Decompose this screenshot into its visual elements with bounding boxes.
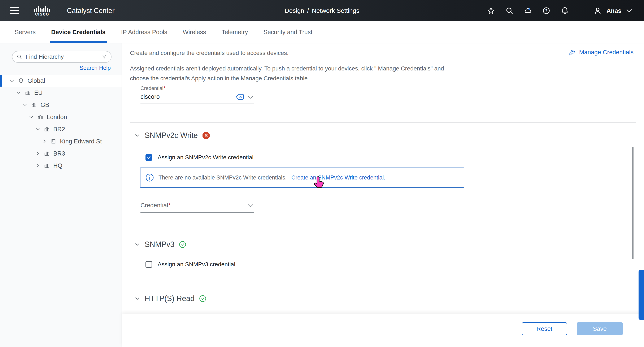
manage-credentials-label: Manage Credentials — [579, 49, 634, 56]
chevron-down-icon[interactable] — [247, 203, 254, 208]
search-icon[interactable] — [506, 7, 514, 15]
settings-tabbar: Servers Device Credentials IP Address Po… — [0, 22, 644, 44]
reset-button[interactable]: Reset — [522, 322, 567, 335]
alert-text: There are no available SNMPv2c Write cre… — [158, 174, 287, 181]
cloud-status-icon[interactable] — [524, 7, 532, 15]
user-name: Anas — [606, 7, 621, 14]
tree-item-gb[interactable]: GB — [0, 99, 122, 111]
tab-servers[interactable]: Servers — [15, 22, 36, 43]
tab-security-and-trust[interactable]: Security and Trust — [264, 22, 312, 43]
cli-credential-field: Credential* ciscoro — [140, 85, 254, 104]
hierarchy-search[interactable] — [12, 51, 112, 63]
section-snmpv3[interactable]: SNMPv3 — [134, 240, 186, 249]
credential-value[interactable]: ciscoro — [140, 93, 232, 100]
tab-ip-address-pools[interactable]: IP Address Pools — [121, 22, 167, 43]
tree-item-br2[interactable]: BR2 — [0, 123, 122, 135]
tree-item-label: King Edward St — [60, 138, 102, 145]
breadcrumb-separator: / — [307, 7, 309, 14]
chevron-down-icon — [626, 8, 632, 13]
device-credentials-panel: Create and configure the credentials use… — [122, 44, 644, 347]
save-button[interactable]: Save — [577, 322, 623, 335]
tree-item-label: GB — [40, 102, 49, 108]
product-title: Catalyst Center — [67, 7, 114, 15]
action-footer: Reset Save — [122, 314, 644, 347]
checkbox-label: Assign an SNMPv3 credential — [158, 261, 235, 268]
section-title: SNMPv3 — [145, 240, 174, 249]
deployment-note: Assigned credentials aren't deployed aut… — [130, 64, 444, 83]
chevron-down-icon — [22, 102, 28, 107]
chevron-right-icon — [35, 163, 40, 168]
assign-snmpv2c-write-checkbox-row[interactable]: Assign an SNMPv2c Write credential — [146, 154, 254, 161]
create-snmpv2c-write-credential-link[interactable]: Create an SNMPv2c Write credential. — [292, 174, 385, 181]
right-edge-tab[interactable] — [638, 270, 644, 320]
tree-item-eu[interactable]: EU — [0, 86, 122, 99]
required-asterisk: * — [163, 85, 165, 91]
note-line-2: choose the credential's Apply action in … — [130, 74, 444, 83]
header-divider — [581, 4, 581, 17]
section-snmpv2c-write[interactable]: SNMPv2c Write — [134, 131, 210, 140]
chevron-down-icon — [134, 133, 140, 138]
no-credentials-alert: There are no available SNMPv2c Write cre… — [140, 168, 464, 188]
tree-item-hq[interactable]: HQ — [0, 160, 122, 172]
tab-device-credentials[interactable]: Device Credentials — [51, 22, 106, 43]
chevron-right-icon — [42, 139, 47, 144]
checkbox-checked-icon — [146, 154, 152, 161]
vertical-scrollbar-thumb[interactable] — [632, 147, 634, 259]
tab-telemetry[interactable]: Telemetry — [222, 22, 248, 43]
breadcrumb-section[interactable]: Design — [285, 7, 304, 14]
credential-placeholder: Credential* — [140, 202, 244, 209]
section-title: SNMPv2c Write — [145, 131, 198, 140]
note-line-1: Assigned credentials aren't deployed aut… — [130, 64, 444, 74]
chevron-down-icon — [134, 242, 140, 247]
tree-item-global[interactable]: Global — [0, 75, 122, 86]
section-https-read[interactable]: HTTP(S) Read — [134, 294, 206, 303]
wrench-icon — [569, 49, 576, 56]
credential-select[interactable]: Credential* — [140, 200, 254, 212]
error-status-icon — [202, 132, 210, 139]
tree-item-label: Global — [28, 77, 45, 84]
intro-text: Create and configure the credentials use… — [130, 50, 288, 56]
menu-icon[interactable] — [10, 7, 19, 14]
favorites-star-icon[interactable] — [487, 7, 495, 15]
tab-wireless[interactable]: Wireless — [183, 22, 206, 43]
clear-input-icon[interactable] — [236, 94, 244, 100]
area-icon — [44, 162, 50, 169]
tree-item-label: BR2 — [53, 126, 65, 133]
search-icon — [16, 54, 22, 60]
chevron-down-icon — [10, 78, 14, 84]
tree-item-label: HQ — [53, 162, 62, 169]
app-header: cisco Catalyst Center Design / Network S… — [0, 0, 644, 22]
notifications-bell-icon[interactable] — [561, 7, 569, 15]
tree-item-king-edward-st[interactable]: King Edward St — [0, 135, 122, 148]
manage-credentials-link[interactable]: Manage Credentials — [569, 49, 634, 56]
svg-text:?: ? — [545, 8, 548, 13]
chevron-down-icon — [134, 296, 140, 301]
hierarchy-sidebar: Search Help Global EU GB — [0, 44, 122, 347]
user-icon — [594, 6, 602, 15]
user-menu[interactable]: Anas — [594, 6, 632, 15]
tree-item-london[interactable]: London — [0, 111, 122, 123]
chevron-down-icon[interactable] — [247, 94, 254, 99]
credential-label: Credential* — [140, 85, 254, 91]
tree-item-br3[interactable]: BR3 — [0, 148, 122, 160]
tree-item-label: London — [47, 114, 67, 120]
filter-icon[interactable] — [102, 54, 107, 60]
section-title: HTTP(S) Read — [145, 294, 194, 303]
snmpv2c-write-credential-field: Credential* — [140, 200, 254, 212]
area-icon — [37, 114, 44, 120]
checkbox-label: Assign an SNMPv2c Write credential — [158, 154, 254, 161]
credential-combobox[interactable]: ciscoro — [140, 93, 254, 104]
site-hierarchy-tree: Global EU GB London — [0, 75, 122, 172]
breadcrumb-page: Network Settings — [312, 7, 359, 14]
help-icon[interactable]: ? — [542, 7, 550, 15]
area-icon — [31, 102, 37, 108]
assign-snmpv3-checkbox-row[interactable]: Assign an SNMPv3 credential — [146, 261, 235, 268]
cisco-logo: cisco — [34, 6, 50, 16]
chevron-right-icon — [35, 151, 40, 156]
catalyst-center-page: cisco Catalyst Center Design / Network S… — [0, 0, 644, 347]
area-icon — [44, 150, 50, 156]
cisco-logo-text: cisco — [35, 12, 49, 16]
search-help-link[interactable]: Search Help — [80, 65, 111, 71]
chevron-down-icon — [29, 114, 34, 120]
search-input[interactable] — [25, 53, 102, 60]
